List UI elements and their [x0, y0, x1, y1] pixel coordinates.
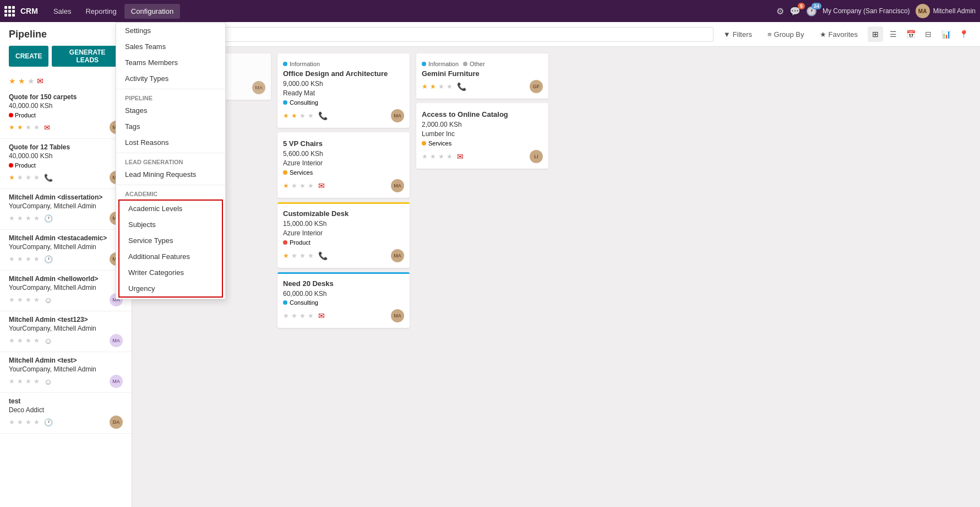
card-footer: ★ ★ ★ ★ ✉ MA	[283, 179, 404, 192]
mail-red-icon: ✉	[318, 181, 325, 190]
clock-icon: 🕐	[44, 255, 53, 263]
card-meta: ★ ★ ★ ★ ☺ MA	[9, 293, 123, 306]
card-tag: Product	[283, 239, 404, 246]
groupby-button[interactable]: ≡ Group By	[762, 28, 810, 41]
card-subtitle: YourCompany, Mitchell Admin	[9, 365, 123, 373]
kanban-card[interactable]: Access to Online Catalog 2,000.00 KSh Lu…	[416, 103, 548, 169]
kanban-card[interactable]: 5 VP Chairs 5,600.00 KSh Azure Interior …	[277, 132, 410, 198]
menu-lead-mining[interactable]: Lead Mining Requests	[116, 166, 225, 182]
phone-red-icon: 📞	[457, 82, 466, 91]
card-subtitle: YourCompany, Mitchell Admin	[9, 284, 123, 292]
kanban-card[interactable]: Need 20 Desks 60,000.00 KSh Consulting ★…	[277, 272, 410, 328]
list-item[interactable]: Quote for 12 Tables 40,000.00 KSh Produc…	[0, 139, 132, 189]
graph-view-icon[interactable]: 📊	[938, 26, 954, 42]
filters-button[interactable]: ▼ Filters	[718, 28, 758, 41]
list-item[interactable]: Quote for 150 carpets 40,000.00 KSh Prod…	[0, 89, 132, 139]
list-item[interactable]: Mitchell Admin <test123> YourCompany, Mi…	[0, 311, 132, 352]
phone-green-icon: 📞	[318, 111, 328, 120]
menu-urgency[interactable]: Urgency	[119, 281, 222, 296]
filter-stars-row: ★ ★ ★ ✉	[0, 73, 132, 89]
card-title: Gemini Furniture	[422, 69, 543, 78]
main-layout: Pipeline CREATE GENERATE LEADS ★ ★ ★ ✉ Q…	[0, 22, 980, 507]
section-lead-generation: Lead Generation	[116, 155, 225, 166]
mail-red-icon: ✉	[457, 152, 464, 161]
mail-filter-icon[interactable]: ✉	[37, 77, 43, 85]
create-button[interactable]: CREATE	[9, 46, 48, 67]
star-3[interactable]: ★	[28, 77, 35, 85]
star-2[interactable]: ★	[18, 77, 25, 85]
list-item[interactable]: Mitchell Admin <helloworld> YourCompany,…	[0, 271, 132, 311]
settings-icon[interactable]: ⚙	[776, 6, 784, 17]
kanban-column: Information Office Design and Architectu…	[277, 53, 410, 500]
card-title: Mitchell Admin <helloworld>	[9, 275, 123, 283]
app-logo[interactable]: CRM	[4, 6, 38, 17]
mail-red-icon: ✉	[318, 311, 325, 320]
menu-subjects[interactable]: Subjects	[119, 217, 222, 233]
clock-icon: 🕐	[44, 214, 53, 223]
mail-icon: ✉	[44, 123, 50, 132]
menu-service-types[interactable]: Service Types	[119, 233, 222, 249]
avatar: MA	[391, 249, 404, 262]
list-view-icon[interactable]: ☰	[885, 26, 901, 42]
card-company: Ready Mat	[283, 89, 404, 97]
card-tag: Product	[9, 112, 36, 118]
avatar: MA	[110, 334, 123, 347]
avatar: LI	[530, 150, 543, 163]
card-tag: Consulting	[283, 299, 404, 306]
card-footer: ★ ★ ★ ★ 📞 MA	[283, 109, 404, 122]
divider-2	[116, 153, 225, 153]
menu-academic-levels[interactable]: Academic Levels	[119, 201, 222, 217]
search-input[interactable]	[141, 27, 714, 42]
top-navigation: CRM Sales Reporting Configuration ⚙ 💬 5 …	[0, 0, 980, 22]
chat-icon[interactable]: 💬 5	[790, 6, 801, 17]
menu-lost-reasons[interactable]: Lost Reasons	[116, 134, 225, 150]
menu-activity-types[interactable]: Activity Types	[116, 71, 225, 87]
card-tag: Services	[283, 169, 404, 176]
menu-additional-features[interactable]: Additional Features	[119, 249, 222, 265]
list-item[interactable]: Mitchell Admin <dissertation> YourCompan…	[0, 189, 132, 230]
nav-configuration[interactable]: Configuration	[124, 4, 180, 19]
kanban-view-icon[interactable]: ⊞	[868, 26, 883, 42]
menu-writer-categories[interactable]: Writer Categories	[119, 265, 222, 281]
menu-stages[interactable]: Stages	[116, 103, 225, 118]
nav-sales[interactable]: Sales	[47, 4, 78, 19]
menu-settings[interactable]: Settings	[116, 23, 225, 39]
card-subtitle: YourCompany, Mitchell Admin	[9, 243, 123, 251]
pivot-view-icon[interactable]: ⊟	[921, 26, 936, 42]
card-amount: 2,000.00 KSh	[422, 121, 543, 128]
card-title: Need 20 Desks	[283, 279, 404, 288]
card-title: 5 VP Chairs	[283, 139, 404, 148]
avatar: MA	[110, 375, 123, 388]
menu-sales-teams[interactable]: Sales Teams	[116, 39, 225, 55]
kanban-card[interactable]: Information Office Design and Architectu…	[277, 53, 410, 128]
kanban-card[interactable]: Customizable Desk 15,000.00 KSh Azure In…	[277, 202, 410, 268]
toolbar: ▼ Filters ≡ Group By ★ Favorites ⊞ ☰ 📅 ⊟…	[132, 22, 980, 47]
card-subtitle: YourCompany, Mitchell Admin	[9, 202, 123, 210]
card-tag: Services	[422, 140, 543, 147]
calendar-view-icon[interactable]: 📅	[903, 26, 918, 42]
menu-teams-members[interactable]: Teams Members	[116, 55, 225, 71]
user-menu[interactable]: MA Mitchell Admin	[916, 4, 976, 18]
card-amount: 5,600.00 KSh	[283, 150, 404, 158]
smile-icon: ☺	[44, 295, 52, 305]
clock-icon[interactable]: 🕐 24	[806, 6, 817, 17]
favorites-button[interactable]: ★ Favorites	[814, 28, 863, 41]
nav-reporting[interactable]: Reporting	[79, 4, 123, 19]
clock-icon: 🕐	[44, 418, 53, 427]
card-amount: 40,000.00 KSh	[9, 152, 123, 160]
generate-leads-button[interactable]: GENERATE LEADS	[52, 46, 123, 67]
map-view-icon[interactable]: 📍	[956, 26, 971, 42]
list-item[interactable]: Mitchell Admin <test> YourCompany, Mitch…	[0, 352, 132, 393]
avatar: MA	[391, 309, 404, 322]
star-1[interactable]: ★	[9, 77, 16, 85]
divider-3	[116, 185, 225, 185]
card-meta: ★ ★ ★ ★ 🕐 MA	[9, 212, 123, 225]
menu-tags[interactable]: Tags	[116, 118, 225, 134]
view-switcher: ⊞ ☰ 📅 ⊟ 📊 📍	[868, 26, 971, 42]
list-item[interactable]: test Deco Addict ★ ★ ★ ★ 🕐 DA	[0, 393, 132, 434]
card-title: Customizable Desk	[283, 209, 404, 218]
list-item[interactable]: Mitchell Admin <testacademic> YourCompan…	[0, 230, 132, 271]
kanban-card[interactable]: Information Other Gemini Furniture ★ ★ ★…	[416, 53, 548, 99]
kanban-board: ...uter Desks ...ing ★ ★ ★ ★ MA	[132, 47, 980, 507]
avatar: DA	[110, 416, 123, 429]
